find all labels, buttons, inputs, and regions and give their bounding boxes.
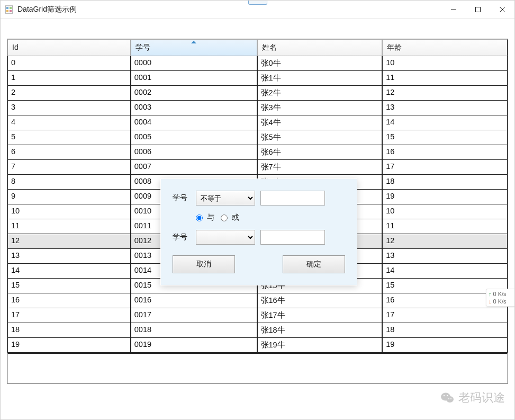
filter-buttons: 取消 确定 — [173, 255, 345, 273]
cell: 9 — [7, 190, 131, 204]
cell: 张18牛 — [257, 323, 383, 338]
cell: 张16牛 — [257, 293, 383, 308]
cell: 3 — [7, 101, 131, 115]
cell: 10 — [382, 56, 508, 71]
minimize-button[interactable] — [441, 1, 466, 18]
cell: 0003 — [131, 101, 257, 115]
table-row[interactable]: 60006张6牛16 — [7, 145, 508, 160]
grid-footer — [7, 353, 508, 383]
filter-op2-select[interactable] — [196, 230, 255, 245]
table-row[interactable]: 30003张3牛13 — [7, 101, 508, 115]
filter-logic-and-radio[interactable] — [196, 215, 203, 221]
cell: 18 — [7, 323, 131, 338]
table-row[interactable]: 190019张19牛19 — [7, 338, 508, 353]
titlebar-left: DataGrid筛选示例 — [5, 5, 77, 14]
cell: 19 — [7, 338, 131, 353]
cell: 1 — [7, 71, 131, 86]
filter-logic-row: 与 或 — [173, 213, 345, 222]
filter-value2-input[interactable] — [260, 230, 325, 245]
table-row[interactable]: 00000张0牛10 — [7, 56, 508, 71]
cell: 13 — [7, 249, 131, 264]
cell: 0018 — [131, 323, 257, 338]
cell: 0 — [7, 56, 131, 71]
close-button[interactable] — [490, 1, 514, 18]
cell: 17 — [7, 308, 131, 323]
table-row[interactable]: 50005张5牛15 — [7, 130, 508, 145]
grid-header-row: Id学号姓名年龄 — [7, 39, 508, 56]
cell: 10 — [382, 204, 508, 219]
cell: 18 — [382, 175, 508, 190]
titlebar-center-tab — [248, 0, 267, 5]
cell: 18 — [382, 323, 508, 338]
table-row[interactable]: 40004张4牛14 — [7, 115, 508, 130]
svg-rect-1 — [6, 7, 8, 9]
filter-logic-or-radio[interactable] — [221, 215, 228, 221]
cell: 14 — [382, 115, 508, 130]
table-row[interactable]: 10001张1牛11 — [7, 71, 508, 86]
filter-logic-or-label: 或 — [232, 213, 239, 222]
titlebar: DataGrid筛选示例 — [1, 1, 514, 19]
cell: 13 — [382, 101, 508, 115]
cell: 19 — [382, 190, 508, 204]
column-header-2[interactable]: 姓名 — [257, 39, 383, 56]
cell: 17 — [382, 160, 508, 175]
cell: 8 — [7, 175, 131, 190]
filter-logic-and-label: 与 — [207, 213, 214, 222]
content-area: Id学号姓名年龄 00000张0牛1010001张1牛1120002张2牛123… — [1, 19, 514, 419]
cell: 17 — [382, 308, 508, 323]
filter-field2-label: 学号 — [173, 233, 191, 242]
watermark-text: 老码识途 — [458, 390, 505, 406]
arrow-up-icon: ↑ — [489, 291, 492, 297]
svg-point-13 — [448, 398, 449, 399]
column-header-0[interactable]: Id — [7, 39, 131, 56]
filter-op1-select[interactable]: 不等于 — [196, 191, 255, 205]
cell: 10 — [7, 204, 131, 219]
cell: 14 — [382, 264, 508, 279]
netspeed-up-row: ↑ 0 K/s — [489, 290, 512, 298]
cell: 15 — [7, 279, 131, 293]
cell: 6 — [7, 145, 131, 160]
wechat-icon — [440, 392, 454, 404]
netspeed-up-unit: K/s — [498, 291, 507, 297]
cell: 11 — [382, 219, 508, 234]
svg-rect-3 — [6, 10, 8, 12]
maximize-button[interactable] — [466, 1, 490, 18]
svg-rect-2 — [10, 7, 12, 9]
window-title: DataGrid筛选示例 — [17, 5, 77, 14]
cell: 0017 — [131, 308, 257, 323]
table-row[interactable]: 180018张18牛18 — [7, 323, 508, 338]
cell: 张19牛 — [257, 338, 383, 353]
filter-popup: 学号 不等于 与 或 学号 取消 确定 — [160, 178, 357, 285]
cell: 张6牛 — [257, 145, 383, 160]
cell: 0000 — [131, 56, 257, 71]
column-header-1[interactable]: 学号 — [131, 39, 257, 56]
app-window: DataGrid筛选示例 Id学号姓名年龄 00000张0牛1010001张1牛… — [0, 0, 515, 420]
cell: 张1牛 — [257, 71, 383, 86]
column-header-3[interactable]: 年龄 — [382, 39, 508, 56]
cell: 0016 — [131, 293, 257, 308]
netspeed-up-value: 0 — [493, 291, 496, 297]
filter-value1-input[interactable] — [260, 191, 325, 205]
cell: 4 — [7, 115, 131, 130]
cell: 张3牛 — [257, 101, 383, 115]
cancel-button[interactable]: 取消 — [173, 255, 235, 273]
svg-point-14 — [450, 398, 451, 399]
svg-rect-4 — [10, 10, 12, 12]
cell: 张0牛 — [257, 56, 383, 71]
ok-button[interactable]: 确定 — [283, 255, 345, 273]
table-row[interactable]: 70007张7牛17 — [7, 160, 508, 175]
netspeed-down-row: ↓ 0 K/s — [489, 298, 512, 305]
cell: 0007 — [131, 160, 257, 175]
cell: 0002 — [131, 86, 257, 101]
table-row[interactable]: 170017张17牛17 — [7, 308, 508, 323]
cell: 14 — [7, 264, 131, 279]
cell: 16 — [382, 145, 508, 160]
table-row[interactable]: 20002张2牛12 — [7, 86, 508, 101]
cell: 15 — [382, 130, 508, 145]
table-row[interactable]: 160016张16牛16 — [7, 293, 508, 308]
cell: 2 — [7, 86, 131, 101]
svg-point-12 — [447, 395, 448, 396]
filter-row-1: 学号 不等于 — [173, 191, 345, 205]
window-controls — [441, 1, 514, 18]
sort-asc-icon — [191, 41, 196, 43]
